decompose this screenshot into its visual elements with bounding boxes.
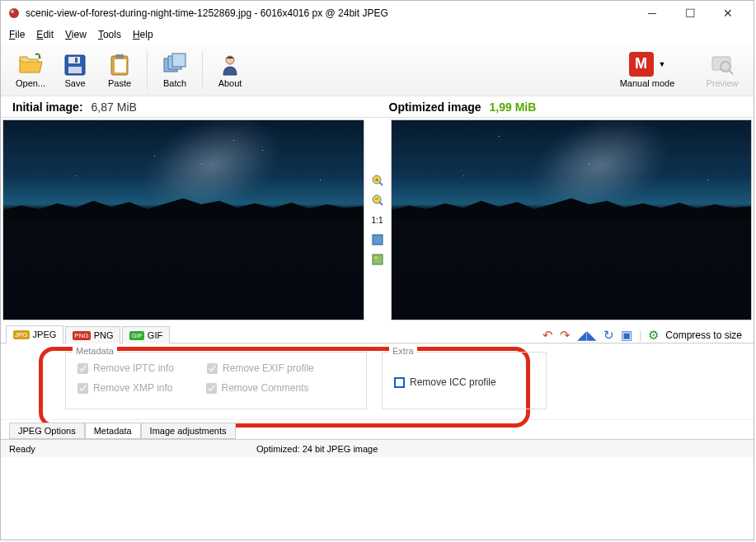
status-ready: Ready [9, 444, 256, 454]
flip-horizontal-icon[interactable]: ◢◣ [577, 328, 597, 343]
window-title: scenic-view-of-forest-during-night-time-… [26, 7, 633, 19]
menu-file[interactable]: File [9, 29, 25, 40]
metadata-legend: Metadata [73, 346, 117, 356]
optimized-image-size: 1,99 MiB [490, 100, 537, 114]
svg-rect-22 [373, 235, 383, 245]
svg-point-0 [9, 8, 19, 18]
tab-jpeg[interactable]: JPGJPEG [6, 325, 63, 343]
redo-icon[interactable]: ↷ [560, 328, 571, 343]
tab-gif[interactable]: GIFGIF [122, 326, 170, 343]
manual-badge-icon: M [629, 52, 654, 77]
zoom-ratio-label[interactable]: 1:1 [370, 213, 385, 227]
zoom-in-icon[interactable]: + [370, 173, 385, 188]
save-button[interactable]: Save [54, 46, 96, 94]
crop-icon[interactable]: ▣ [621, 328, 632, 343]
menu-view[interactable]: View [65, 29, 87, 40]
fit-image-icon[interactable] [370, 252, 385, 267]
svg-line-15 [729, 70, 733, 74]
tab-image-adjustments[interactable]: Image adjustments [141, 423, 236, 439]
tab-metadata[interactable]: Metadata [85, 423, 141, 439]
svg-rect-23 [373, 255, 383, 264]
size-bar: Initial image: 6,87 MiB Optimized image … [1, 96, 754, 118]
paste-button[interactable]: Paste [98, 46, 141, 94]
titlebar: scenic-view-of-forest-during-night-time-… [1, 1, 754, 26]
metadata-fieldset: Metadata Remove IPTC info Remove EXIF pr… [65, 352, 367, 409]
svg-rect-11 [172, 54, 185, 67]
menu-tools[interactable]: Tools [98, 29, 121, 40]
compress-to-size-button[interactable]: Compress to size [665, 329, 742, 341]
image-compare-area: + − 1:1 [1, 118, 754, 322]
zoom-out-icon[interactable]: − [370, 193, 385, 208]
rotate-icon[interactable]: ↻ [603, 328, 614, 343]
folder-open-icon [17, 52, 44, 77]
svg-text:−: − [374, 195, 378, 203]
extra-fieldset: Extra Remove ICC profile [382, 352, 547, 409]
bottom-tabs: JPEG Options Metadata Image adjustments [1, 419, 754, 439]
gear-icon[interactable]: ⚙ [648, 328, 659, 343]
status-optimized: Optimized: 24 bit JPEG image [256, 444, 378, 454]
tab-png[interactable]: PNGPNG [65, 326, 120, 343]
zoom-tools: + − 1:1 [366, 119, 389, 320]
toolbar: Open... Save Paste Batch About M ▼ [1, 44, 754, 96]
svg-rect-4 [68, 67, 82, 73]
tab-jpeg-options[interactable]: JPEG Options [9, 423, 85, 439]
initial-image-pane[interactable] [2, 119, 364, 320]
clipboard-icon [106, 52, 133, 77]
svg-rect-3 [68, 57, 80, 63]
about-button[interactable]: About [209, 46, 251, 94]
batch-icon [162, 52, 188, 77]
svg-point-24 [374, 257, 377, 259]
preview-button[interactable]: Preview [699, 52, 745, 88]
menubar: File Edit View Tools Help [1, 26, 754, 44]
close-button[interactable]: ✕ [709, 1, 747, 26]
initial-image-label: Initial image: [12, 100, 83, 114]
initial-image-size: 6,87 MiB [92, 100, 137, 114]
svg-text:+: + [374, 176, 378, 184]
remove-xmp-checkbox[interactable]: Remove XMP info [77, 382, 173, 394]
menu-help[interactable]: Help [133, 29, 153, 40]
svg-rect-8 [115, 54, 124, 58]
remove-icc-checkbox[interactable]: Remove ICC profile [394, 376, 496, 388]
extra-legend: Extra [389, 346, 417, 356]
svg-rect-7 [115, 59, 126, 72]
dropdown-arrow-icon: ▼ [659, 60, 666, 68]
fit-window-icon[interactable] [370, 232, 385, 247]
floppy-icon [62, 52, 88, 77]
undo-icon[interactable]: ↶ [542, 328, 553, 343]
remove-comments-checkbox[interactable]: Remove Comments [206, 382, 309, 394]
optimized-image-pane[interactable] [391, 119, 753, 320]
format-tabs: JPGJPEG PNGPNG GIFGIF ↶ ↷ ◢◣ ↻ ▣ | ⚙ Com… [1, 322, 754, 343]
person-icon [217, 52, 243, 77]
svg-line-17 [379, 182, 383, 185]
app-icon [7, 7, 21, 20]
statusbar: Ready Optimized: 24 bit JPEG image [1, 439, 754, 457]
manual-mode-button[interactable]: M ▼ Manual mode [610, 52, 684, 88]
settings-panel: Metadata Remove IPTC info Remove EXIF pr… [1, 343, 754, 419]
svg-rect-5 [75, 58, 77, 63]
magnifier-icon [709, 52, 735, 77]
maximize-button[interactable]: ☐ [671, 1, 709, 26]
svg-line-20 [379, 202, 383, 205]
open-button[interactable]: Open... [9, 46, 52, 94]
remove-exif-checkbox[interactable]: Remove EXIF profile [207, 362, 314, 374]
optimized-image-label: Optimized image [389, 100, 481, 114]
menu-edit[interactable]: Edit [36, 29, 54, 40]
svg-point-1 [11, 10, 14, 13]
batch-button[interactable]: Batch [153, 46, 196, 94]
minimize-button[interactable]: ─ [633, 1, 671, 26]
remove-iptc-checkbox[interactable]: Remove IPTC info [77, 362, 174, 374]
